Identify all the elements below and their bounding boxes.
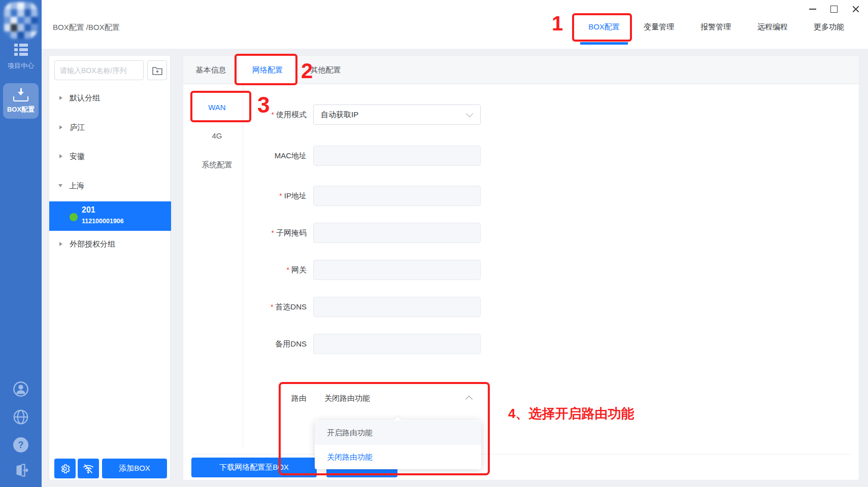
add-group-button[interactable] (147, 60, 167, 80)
config-panel: 基本信息 网络配置 其他配置 2 WAN 4G 系统配置 3 *使用模式 自动获… (183, 55, 859, 480)
tree-group-shanghai[interactable]: 上海 (49, 177, 171, 194)
gateway-input[interactable] (313, 260, 481, 280)
sidebar-item-label: 项目中心 (0, 61, 42, 71)
sidebar: 项目中心 BOX配置 ? (0, 0, 42, 487)
field-label-mode: *使用模式 (214, 105, 307, 125)
mac-address-input[interactable] (313, 146, 481, 166)
question-icon: ? (13, 437, 28, 453)
field-label-mac: MAC地址 (214, 146, 307, 166)
mode-select[interactable]: 自动获取IP (313, 105, 481, 125)
tab-network-config[interactable]: 网络配置 (239, 56, 296, 84)
window-maximize-button[interactable] (826, 2, 842, 16)
header: BOX配置 /BOX配置 BOX配置 变量管理 报警管理 远程编程 更多功能 1 (42, 0, 868, 49)
minimize-icon (809, 9, 816, 10)
window-close-button[interactable] (848, 2, 864, 16)
sidebar-item-project-center[interactable]: 项目中心 (0, 44, 42, 71)
collapsed-triangle-icon (59, 242, 62, 246)
top-nav-variable-mgmt[interactable]: 变量管理 (632, 20, 685, 33)
route-option-enable[interactable]: 开启路由功能 (315, 421, 481, 445)
tree-group-default[interactable]: 默认分组 (49, 89, 171, 107)
backup-dns-input[interactable] (313, 334, 481, 354)
top-nav-remote-programming[interactable]: 远程编程 (746, 20, 799, 33)
annotation-step-1: 1 (552, 12, 563, 35)
active-nav-underline (580, 42, 628, 45)
expanded-triangle-icon (58, 184, 62, 187)
wifi-config-button[interactable] (78, 459, 99, 478)
device-serial: 112100001906 (82, 218, 124, 225)
annotation-step-4: 4、选择开启路由功能 (508, 405, 634, 423)
route-option-disable[interactable]: 关闭路由功能 (315, 445, 481, 469)
globe-icon (12, 408, 29, 426)
top-nav-box-config[interactable]: BOX配置 (578, 20, 630, 33)
folder-plus-icon (152, 65, 163, 76)
tree-group-lujiang[interactable]: 庐江 (49, 119, 171, 136)
device-tree-panel: 默认分组 庐江 安徽 上海 201 112100001906 外部授权分组 (49, 55, 171, 480)
field-label-route: 路由 (214, 388, 307, 408)
top-nav-alarm-mgmt[interactable]: 报警管理 (689, 20, 742, 33)
required-marker: * (272, 111, 274, 119)
project-center-grid-icon (14, 44, 28, 57)
wifi-off-icon (82, 463, 94, 475)
user-avatar-icon (12, 380, 29, 398)
collapsed-triangle-icon (59, 154, 62, 158)
close-icon (852, 5, 860, 13)
language-button[interactable] (0, 408, 42, 428)
chevron-down-icon (466, 110, 473, 117)
settings-button[interactable] (54, 459, 76, 478)
top-nav-more-functions[interactable]: 更多功能 (803, 20, 855, 33)
tab-other-config[interactable]: 其他配置 (296, 56, 355, 84)
collapsed-triangle-icon (59, 125, 62, 129)
route-select[interactable]: 关闭路由功能 (324, 388, 481, 408)
tree-group-label: 上海 (69, 181, 84, 191)
app-logo (4, 2, 38, 39)
field-label-gateway: *网关 (214, 260, 307, 280)
subtab-4g[interactable]: 4G (191, 126, 243, 146)
tree-group-anhui[interactable]: 安徽 (49, 148, 171, 165)
footer-divider (191, 454, 851, 455)
field-label-primary-dns: *首选DNS (214, 297, 307, 317)
required-marker: * (272, 229, 274, 237)
window-minimize-button[interactable] (805, 2, 821, 16)
device-name: 201 (82, 205, 95, 215)
field-label-ip: *IP地址 (214, 186, 307, 206)
route-dropdown-menu: 开启路由功能 关闭路由功能 (315, 420, 481, 469)
tab-basic-info[interactable]: 基本信息 (183, 56, 239, 84)
field-label-subnet: *子网掩码 (214, 223, 307, 243)
route-select-value: 关闭路由功能 (324, 394, 466, 403)
app-window: 项目中心 BOX配置 ? (0, 0, 868, 487)
primary-dns-input[interactable] (313, 297, 481, 317)
tree-group-label: 庐江 (70, 123, 85, 132)
required-marker: * (287, 266, 289, 274)
search-input[interactable] (54, 60, 144, 80)
maximize-icon (830, 6, 838, 13)
tree-group-label: 外部授权分组 (70, 239, 115, 249)
tree-group-external-auth[interactable]: 外部授权分组 (49, 235, 171, 253)
required-marker: * (271, 303, 273, 311)
download-network-config-button[interactable]: 下载网络配置至BOX (191, 458, 317, 477)
sidebar-item-label: BOX配置 (3, 105, 39, 114)
logout-button[interactable] (0, 462, 42, 481)
mode-select-value: 自动获取IP (321, 110, 467, 120)
box-config-download-icon (13, 88, 28, 101)
subnet-mask-input[interactable] (313, 223, 481, 243)
tree-group-label: 默认分组 (70, 93, 100, 103)
chevron-up-icon (465, 396, 473, 403)
gear-icon (59, 463, 71, 474)
required-marker: * (279, 192, 282, 200)
online-status-dot (70, 213, 78, 221)
exit-door-icon (12, 462, 29, 479)
ip-address-input[interactable] (313, 186, 481, 206)
tree-group-label: 安徽 (70, 152, 85, 161)
collapsed-triangle-icon (59, 96, 62, 100)
add-box-button[interactable]: 添加BOX (102, 459, 167, 478)
sidebar-item-box-config[interactable]: BOX配置 (3, 83, 39, 119)
field-label-backup-dns: 备用DNS (214, 334, 307, 354)
device-item-selected[interactable]: 201 112100001906 (49, 201, 171, 231)
help-button[interactable]: ? (0, 437, 42, 453)
user-profile-button[interactable] (0, 380, 42, 400)
breadcrumb: BOX配置 /BOX配置 (53, 23, 120, 32)
